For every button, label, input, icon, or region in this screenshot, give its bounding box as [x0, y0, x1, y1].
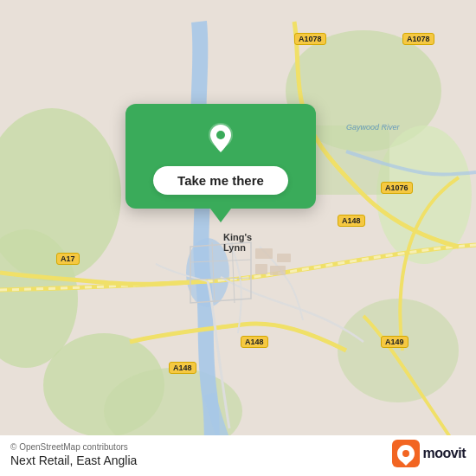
moovit-brand-text: moovit — [423, 446, 466, 461]
svg-point-15 — [216, 131, 225, 139]
moovit-brand-icon — [392, 440, 420, 467]
road-label-a1076: A1076 — [381, 182, 413, 194]
road-label-a1078-2: A1078 — [402, 33, 434, 45]
take-me-there-button[interactable]: Take me there — [153, 166, 288, 195]
popup-card: Take me there — [125, 104, 316, 209]
svg-rect-11 — [277, 254, 291, 262]
road-label-a1078-1: A1078 — [294, 33, 326, 45]
location-pin-icon — [202, 119, 240, 158]
road-label-a148-bottom: A148 — [241, 336, 268, 348]
road-label-a17: A17 — [56, 253, 80, 265]
svg-rect-13 — [270, 266, 286, 275]
svg-rect-12 — [255, 264, 267, 274]
svg-point-5 — [376, 125, 472, 264]
road-label-a149: A149 — [381, 336, 408, 348]
svg-point-17 — [402, 450, 409, 457]
road-label-a148-right: A148 — [338, 215, 365, 227]
moovit-logo: moovit — [392, 440, 466, 467]
svg-rect-10 — [255, 248, 273, 259]
svg-point-8 — [338, 299, 459, 402]
gaywood-river-label: Gaywood River — [346, 123, 400, 132]
road-label-a148-bottom2: A148 — [169, 362, 196, 374]
map-container: A1078 A1078 A1076 A148 A148 A148 A149 A1… — [0, 0, 476, 476]
place-label: King'sLynn — [223, 232, 252, 253]
